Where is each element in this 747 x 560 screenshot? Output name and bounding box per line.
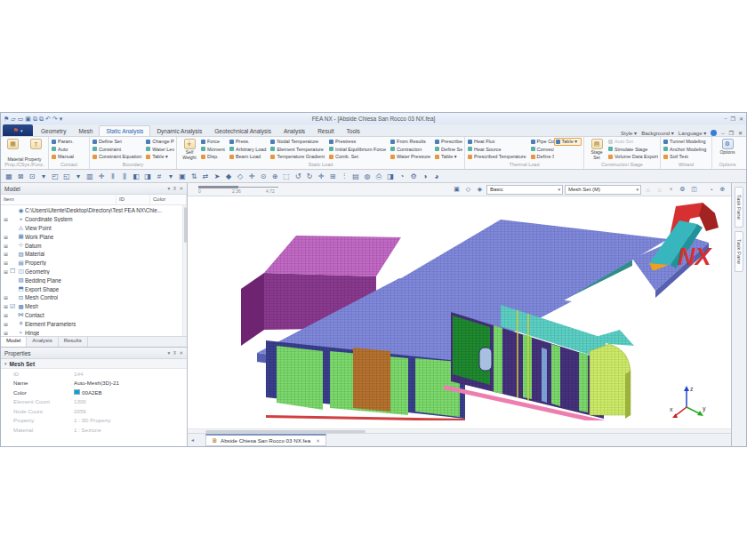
tree-item[interactable]: ⬒ Export Shape — [1, 284, 187, 293]
toolbar-icon[interactable]: ◧ — [131, 171, 141, 182]
menu-background[interactable]: Background ▾ — [641, 130, 674, 136]
app-menu-button[interactable]: ⚑ ▾ — [3, 124, 33, 136]
tree-item[interactable]: ⊞ ⊹ Datum — [1, 241, 187, 250]
tree-scrollbar[interactable] — [182, 205, 187, 336]
ribbon-item[interactable]: Arbitrary Load — [229, 146, 270, 154]
document-tab[interactable]: 🗎 Abside Chiesa San Rocco 03 NX.fea ✕ — [205, 434, 326, 446]
ribbon-item[interactable]: Define Set — [530, 153, 554, 161]
ribbon-item[interactable]: Define Set — [92, 138, 145, 146]
ribbon-item[interactable]: Constraint — [92, 146, 145, 154]
ribbon-item[interactable]: Element Temperature — [269, 146, 328, 154]
close-icon[interactable]: ✕ — [739, 116, 743, 122]
toolbar-icon[interactable]: ⇄ — [200, 171, 211, 182]
tree-expander-icon[interactable]: ⊞ — [4, 294, 10, 300]
toolbar-icon[interactable]: ⊡ — [27, 171, 37, 182]
stage-set-button[interactable]: ▤ Stage Set — [586, 138, 607, 162]
ribbon-item[interactable]: Force — [200, 138, 229, 146]
toolbar-icon[interactable]: ⚙ — [408, 171, 419, 182]
ribbon-item[interactable]: Tunnel Modeling — [663, 138, 710, 146]
tree-expander-icon[interactable]: ⊞ — [4, 216, 10, 222]
tree-checkbox[interactable]: ☑ — [10, 303, 17, 310]
tab-results[interactable]: Results — [59, 337, 88, 347]
toolbar-icon[interactable]: ▦ — [4, 171, 14, 182]
menu-language[interactable]: Language ▾ — [679, 130, 706, 136]
toolbar-icon[interactable]: ⊕ — [269, 171, 280, 182]
toolbar-icon[interactable]: ▤ — [350, 171, 361, 182]
thermal-table-button[interactable]: Table ▾ — [554, 138, 582, 146]
ribbon-item[interactable]: Pipe Cooling — [530, 138, 554, 146]
restore-icon[interactable]: ❐ — [731, 116, 735, 122]
toolbar-icon[interactable]: ⫶ — [339, 171, 349, 182]
tab-analysis[interactable]: Analysis — [27, 337, 58, 347]
view-tool-icon[interactable]: ▾ — [666, 186, 676, 193]
doc-restore-icon[interactable]: ❐ — [729, 130, 734, 136]
property-row[interactable]: ID 144 — [1, 369, 187, 379]
toolbar-icon[interactable]: ▾ — [165, 171, 176, 182]
tab-geometry[interactable]: Geometry — [35, 126, 73, 136]
property-row[interactable]: Color 00A2EB — [1, 388, 187, 397]
tree-expander-icon[interactable]: ⊞ — [4, 312, 10, 318]
ribbon-item[interactable]: Volume Data Export — [607, 153, 658, 161]
ribbon-item[interactable]: Simulate Stage — [607, 146, 658, 154]
ribbon-item[interactable]: Press. — [229, 138, 270, 146]
view-tool-icon[interactable]: ◇ — [463, 186, 473, 193]
tree-expander-icon[interactable]: ⊞ — [4, 243, 10, 249]
tree-item[interactable]: ▧ Bedding Plane — [1, 276, 187, 284]
toolbar-icon[interactable]: # — [154, 171, 165, 182]
toolbar-icon[interactable]: ↻ — [304, 171, 315, 182]
ribbon-item[interactable]: Beam Load — [229, 153, 270, 161]
ribbon-item[interactable]: Contraction — [390, 146, 434, 154]
doc-close-icon[interactable]: ✕ — [738, 130, 743, 136]
property-row[interactable]: Material 1 : Sezione — [1, 425, 187, 435]
toolbar-icon[interactable]: ⎙ — [374, 171, 384, 182]
tree-item[interactable]: ⊞ ⌖ Coordinate System — [1, 215, 187, 224]
tab-tools[interactable]: Tools — [341, 126, 366, 136]
tree-item[interactable]: ⊞ ✳ Element Parameters — [1, 319, 187, 328]
tab-static-analysis[interactable]: Static Analysis — [99, 125, 150, 136]
tab-model[interactable]: Model — [1, 337, 27, 347]
view-tool-icon[interactable]: ◈ — [475, 186, 485, 193]
tab-analysis[interactable]: Analysis — [277, 126, 311, 136]
toolbar-icon[interactable]: ◑ — [420, 171, 430, 182]
ribbon-item[interactable]: Constraint Equation — [92, 153, 145, 161]
toolbar-icon[interactable]: ◨ — [385, 171, 396, 182]
ribbon-item[interactable]: Convection — [530, 146, 554, 154]
quick-access-icon[interactable]: ▾ — [60, 114, 63, 124]
ribbon-item[interactable]: Disp. — [200, 153, 229, 161]
toolbar-icon[interactable]: ▾ — [38, 171, 49, 182]
ribbon-item[interactable]: Heat Source — [467, 146, 530, 154]
tree-item[interactable]: ◬ View Point — [1, 224, 187, 233]
tree-item[interactable]: ⊞ ▦ Work Plane — [1, 232, 187, 241]
filter-combo[interactable]: Mesh Set (M)▾ — [565, 185, 641, 195]
property-button[interactable]: T — [26, 138, 47, 156]
quick-access-icon[interactable]: ⚑ — [4, 114, 9, 124]
model-canvas[interactable]: NX z y x — [188, 196, 731, 428]
tree-expander-icon[interactable]: ⊞ — [4, 234, 10, 240]
tree-expander-icon[interactable]: ⊞ — [4, 303, 10, 309]
tree-item[interactable]: ◉ C:\Users\Utente\Desktop\Directory\Test… — [1, 206, 187, 215]
panel-close-icon[interactable]: ✕ — [179, 350, 183, 356]
view-tool-icon[interactable]: ▣ — [452, 186, 462, 193]
ribbon-item[interactable]: Nodal Temperature — [269, 138, 328, 146]
ribbon-item[interactable]: Anchor Modeling — [663, 146, 710, 154]
ribbon-item[interactable]: Table ▾ — [145, 153, 174, 161]
panel-pin-icon[interactable]: ⊼ — [173, 186, 176, 191]
property-row[interactable]: Node Count 2059 — [1, 406, 187, 416]
ribbon-item[interactable]: Heat Flux — [467, 138, 530, 146]
tree-item[interactable]: ⊞ ☑ ▩ Mesh — [1, 302, 187, 311]
tab-result[interactable]: Result — [311, 126, 340, 136]
tab-close-icon[interactable]: ✕ — [316, 438, 320, 444]
panel-close-icon[interactable]: ✕ — [179, 186, 183, 191]
toolbar-icon[interactable]: ⬚ — [281, 171, 292, 182]
toolbar-icon[interactable]: ◔ — [397, 171, 407, 182]
panel-pin-icon[interactable]: ⊼ — [173, 350, 176, 356]
ribbon-item[interactable]: Prescribed Temperature — [467, 153, 530, 161]
property-row[interactable]: Name Auto-Mesh(3D)-21 — [1, 379, 187, 388]
ribbon-item[interactable]: Auto — [51, 146, 77, 154]
view-tool-icon[interactable]: ◫ — [689, 186, 699, 193]
toolbar-icon[interactable]: ▥ — [84, 171, 95, 182]
toolbar-icon[interactable]: ⊠ — [15, 171, 26, 182]
tree-expander-icon[interactable]: ⊞ — [4, 321, 10, 327]
ribbon-minimize-icon[interactable]: – — [721, 131, 724, 136]
horizontal-scrollbar[interactable] — [188, 428, 731, 433]
